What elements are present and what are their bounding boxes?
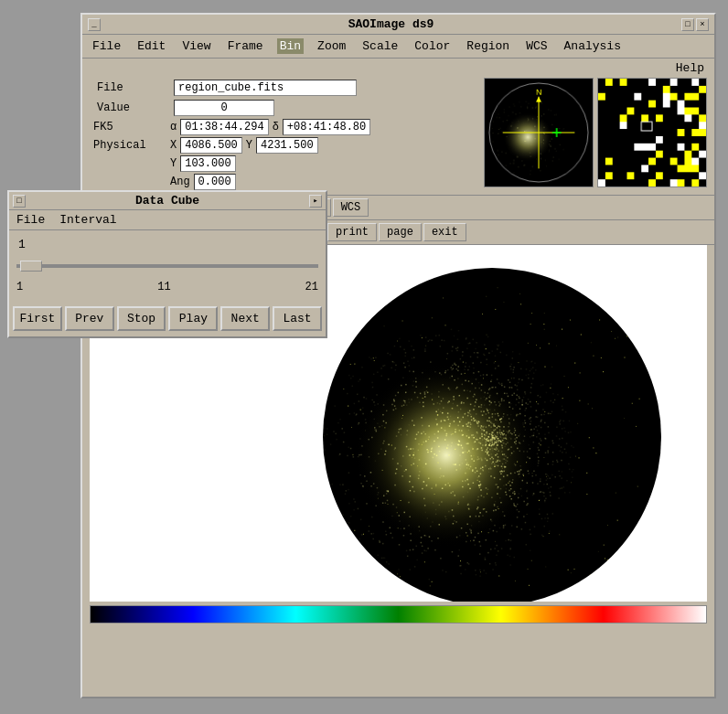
title-bar: _ SAOImage ds9 □ ×: [82, 15, 714, 35]
file-label: File: [93, 80, 166, 96]
btn-exit[interactable]: exit: [423, 223, 466, 241]
y2-label: Y: [170, 157, 177, 170]
dc-title-bar: □ Data Cube ▸: [9, 192, 326, 210]
dc-label-mid: 11: [157, 281, 170, 293]
y-label: Y: [246, 139, 252, 152]
btn-page[interactable]: page: [379, 223, 422, 241]
fk5-row: FK5 α 01:38:44.294 δ +08:41:48.80: [90, 118, 480, 136]
y2-value: 103.000: [180, 155, 235, 172]
dc-title: Data Cube: [26, 194, 309, 208]
value-label: Value: [93, 100, 166, 116]
menu-zoom[interactable]: Zoom: [315, 38, 348, 54]
thumbnail-zoom: [597, 78, 707, 187]
dc-menu: File Interval: [9, 210, 326, 230]
help-menu[interactable]: Help: [673, 60, 707, 76]
dc-slider[interactable]: [16, 257, 318, 275]
btn-print[interactable]: print: [327, 223, 377, 241]
dc-menu-interval[interactable]: Interval: [59, 213, 116, 227]
dc-content: 1 1 11 21: [9, 230, 326, 301]
menu-region[interactable]: Region: [464, 38, 512, 54]
thumbnail-main: [484, 78, 594, 187]
minimize-button[interactable]: _: [88, 18, 101, 31]
menu-edit[interactable]: Edit: [134, 38, 168, 54]
x-value: 4086.500: [180, 137, 242, 154]
dc-label-max: 21: [305, 281, 318, 293]
dc-btn-play[interactable]: Play: [168, 306, 218, 331]
restore-button[interactable]: □: [681, 18, 694, 31]
file-value: region_cube.fits: [174, 80, 357, 96]
value-value: 0: [174, 100, 274, 116]
physical-label: Physical: [93, 139, 166, 152]
dc-current-frame: 1: [16, 236, 318, 253]
data-cube-window: □ Data Cube ▸ File Interval 1 1 11 21 Fi…: [7, 190, 327, 338]
alpha-symbol: α: [170, 121, 177, 133]
main-window: _ SAOImage ds9 □ × File Edit View Frame …: [80, 13, 716, 698]
menu-file[interactable]: File: [90, 38, 123, 54]
menu-bin[interactable]: Bin: [277, 38, 304, 54]
dc-slider-thumb[interactable]: [20, 261, 42, 272]
dc-close-button[interactable]: □: [13, 195, 26, 208]
help-bar: Help: [82, 59, 714, 78]
thumbnails: [484, 78, 707, 191]
menu-color[interactable]: Color: [412, 38, 453, 54]
menu-frame[interactable]: Frame: [225, 38, 266, 54]
dc-btn-prev[interactable]: Prev: [65, 306, 114, 331]
close-button[interactable]: ×: [696, 18, 709, 31]
color-bar: [90, 605, 707, 623]
y2-row: Y 103.000: [90, 155, 480, 173]
ang-row: Ang 0.000: [90, 173, 480, 191]
top-section: File region_cube.fits Value 0 FK5 α 01:3…: [82, 78, 714, 195]
app-title: SAOImage ds9: [101, 17, 681, 31]
dc-slider-container: [16, 253, 318, 279]
dc-buttons: First Prev Stop Play Next Last: [9, 301, 326, 336]
fk5-label: FK5: [93, 121, 166, 133]
info-area: File region_cube.fits Value 0 FK5 α 01:3…: [90, 78, 480, 191]
x-label: X: [170, 139, 177, 152]
btn-wcs[interactable]: WCS: [333, 198, 369, 217]
ang-value: 0.000: [194, 174, 236, 190]
delta-symbol: δ: [273, 121, 279, 133]
y-value: 4231.500: [256, 137, 318, 154]
dc-resize-button[interactable]: ▸: [309, 195, 322, 208]
ang-label: Ang: [170, 176, 190, 188]
dc-menu-file[interactable]: File: [16, 213, 45, 227]
dc-labels: 1 11 21: [16, 279, 318, 295]
dc-btn-next[interactable]: Next: [220, 306, 270, 331]
menu-wcs[interactable]: WCS: [523, 38, 550, 54]
dc-btn-first[interactable]: First: [13, 306, 62, 331]
dc-btn-stop[interactable]: Stop: [117, 306, 166, 331]
dc-slider-track: [16, 264, 318, 268]
menu-scale[interactable]: Scale: [359, 38, 401, 54]
dc-btn-last[interactable]: Last: [273, 306, 322, 331]
delta-value: +08:41:48.80: [283, 119, 370, 135]
menu-view[interactable]: View: [179, 38, 213, 54]
physical-row: Physical X 4086.500 Y 4231.500: [90, 136, 480, 155]
menu-bar: File Edit View Frame Bin Zoom Scale Colo…: [82, 35, 714, 59]
alpha-value: 01:38:44.294: [180, 119, 268, 135]
dc-label-min: 1: [16, 281, 23, 293]
menu-analysis[interactable]: Analysis: [562, 38, 624, 54]
